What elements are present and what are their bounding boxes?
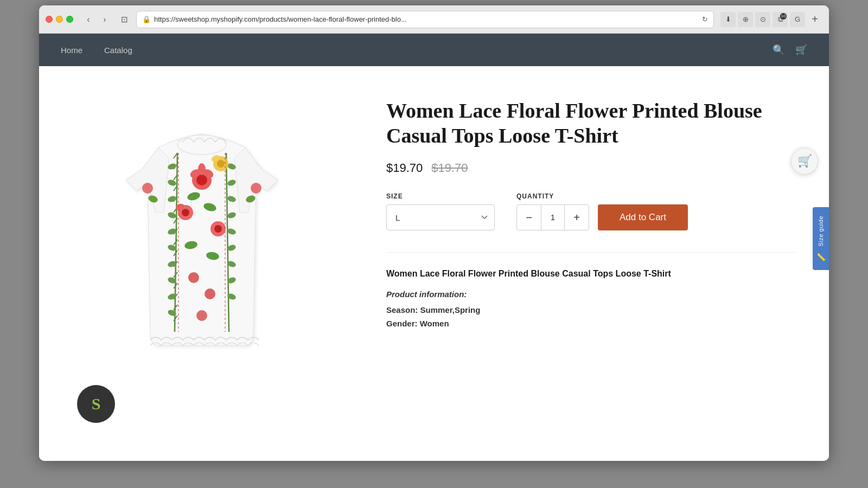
size-guide-tab[interactable]: Size guide 📏 [813,207,829,270]
season-info: Season: Summer,Spring [386,305,796,314]
svg-point-42 [142,183,153,194]
product-image [72,93,332,375]
svg-point-29 [182,209,189,216]
product-image-area: S [72,93,354,434]
svg-point-26 [217,160,225,168]
nav-catalog[interactable]: Catalog [104,46,132,55]
current-price: $19.70 [386,161,423,175]
svg-point-49 [187,342,189,344]
product-info-label: Product information: [386,290,796,299]
svg-point-32 [214,225,222,233]
quantity-control: − 1 + [516,204,589,230]
size-guide-icon: 📏 [816,253,826,261]
svg-point-55 [252,342,254,344]
quantity-label: QUANTITY [516,192,688,200]
cart-float-button[interactable]: 🛒 [791,147,818,175]
refresh-button[interactable]: ↻ [702,15,708,23]
cart-nav-button[interactable]: 🛒 [795,44,807,56]
nav-home[interactable]: Home [61,46,82,55]
quantity-value: 1 [541,204,565,230]
quantity-option-group: QUANTITY − 1 + Add to Cart [516,192,688,230]
product-title: Women Lace Floral Flower Printed Blouse … [386,99,796,148]
shopify-logo: S [92,395,101,413]
svg-point-50 [198,342,200,344]
minimize-button[interactable] [56,16,63,23]
svg-point-52 [220,342,222,344]
quantity-decrease-button[interactable]: − [517,204,541,230]
size-guide-label: Size guide [818,216,824,246]
new-tab-button[interactable]: + [807,12,822,27]
download-button[interactable]: ⬇ [720,12,736,27]
quantity-increase-button[interactable]: + [565,204,589,230]
product-info: Women Lace Floral Flower Printed Blouse … [386,93,796,434]
svg-point-24 [198,163,206,175]
price-row: $19.70 $19.70 [386,161,796,175]
store-navigation: Home Catalog 🔍 🛒 [39,34,829,66]
badge-count: 10 [780,13,787,20]
svg-point-51 [209,342,211,344]
profile-button[interactable]: G [790,12,805,27]
url-text: https://sweetshop.myshopify.com/products… [154,15,699,23]
secure-icon: 🔒 [142,15,151,23]
search-button[interactable]: 🔍 [773,44,784,56]
close-button[interactable] [46,16,53,23]
back-button[interactable]: ‹ [81,12,96,27]
nav-links: Home Catalog [61,46,773,55]
add-to-cart-button[interactable]: Add to Cart [598,204,688,230]
svg-point-47 [165,342,168,344]
description-title: Women Lace Floral Flower Printed Blouse … [386,269,796,279]
options-row: SIZE L XS S M XL XXL QUANTITY [386,192,796,230]
forward-button[interactable]: › [97,12,112,27]
svg-point-44 [251,183,261,194]
extensions-badge-button[interactable]: ⧉ 10 [773,12,788,27]
product-description: Women Lace Floral Flower Printed Blouse … [386,252,796,328]
browser-actions: ⬇ ⊕ ⊙ ⧉ 10 G + [720,12,822,27]
svg-point-54 [241,342,244,344]
maximize-button[interactable] [66,16,73,23]
extensions-button[interactable]: ⊕ [738,12,753,27]
svg-point-53 [231,342,233,344]
product-page: S Women Lace Floral Flower Printed Blous… [39,66,829,461]
nav-buttons: ‹ › [81,12,112,27]
size-option-group: SIZE L XS S M XL XXL [386,192,495,230]
shield-button[interactable]: ⊙ [755,12,770,27]
svg-point-46 [155,342,157,344]
gender-info: Gender: Women [386,319,796,328]
shirt-illustration [93,104,310,364]
browser-titlebar: ‹ › ⊡ 🔒 https://sweetshop.myshopify.com/… [39,5,829,34]
original-price: $19.70 [431,161,468,175]
svg-point-48 [176,342,178,344]
shopify-badge: S [77,385,115,423]
svg-point-37 [188,272,199,283]
traffic-lights [46,16,73,23]
svg-point-39 [196,310,207,321]
address-bar[interactable]: 🔒 https://sweetshop.myshopify.com/produc… [136,11,714,28]
size-select[interactable]: L XS S M XL XXL [386,204,495,230]
svg-point-38 [205,288,215,299]
size-label: SIZE [386,192,495,200]
sidebar-toggle-button[interactable]: ⊡ [117,12,132,27]
nav-actions: 🔍 🛒 [773,44,807,56]
